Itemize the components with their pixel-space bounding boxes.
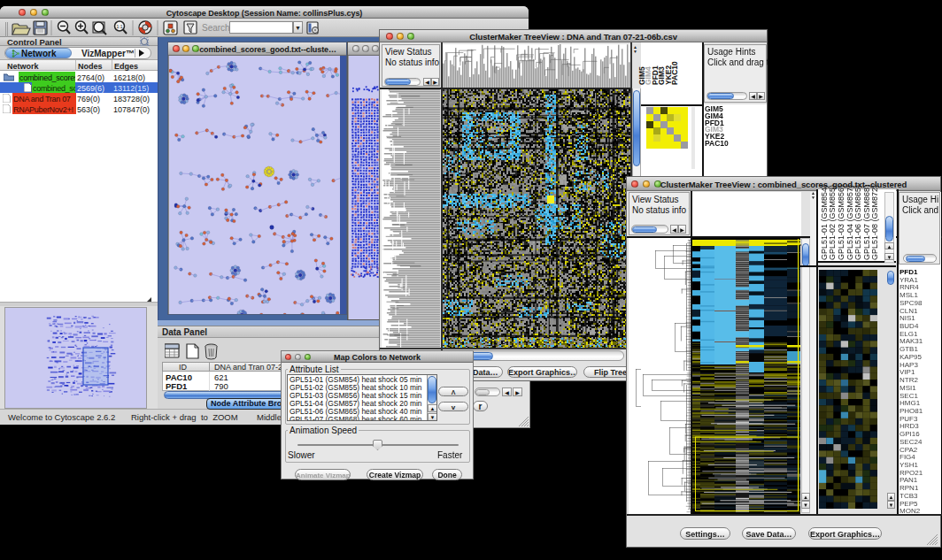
svg-text:1:1: 1:1 — [117, 24, 123, 29]
